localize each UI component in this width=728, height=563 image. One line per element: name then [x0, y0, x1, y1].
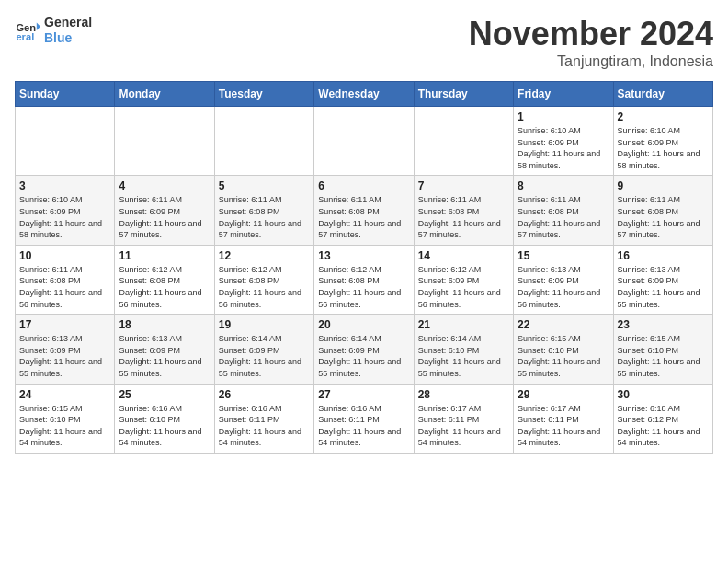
day-number: 22: [518, 318, 609, 331]
day-info: Sunrise: 6:14 AM Sunset: 6:10 PM Dayligh…: [418, 333, 509, 379]
day-number: 19: [219, 318, 310, 331]
day-cell: 29Sunrise: 6:17 AM Sunset: 6:11 PM Dayli…: [514, 384, 613, 453]
weekday-header-monday: Monday: [115, 82, 214, 107]
day-info: Sunrise: 6:12 AM Sunset: 6:08 PM Dayligh…: [219, 264, 310, 310]
day-cell: [214, 107, 313, 176]
day-cell: 3Sunrise: 6:10 AM Sunset: 6:09 PM Daylig…: [16, 176, 115, 245]
day-number: 6: [318, 179, 409, 192]
day-info: Sunrise: 6:18 AM Sunset: 6:12 PM Dayligh…: [618, 403, 709, 449]
day-info: Sunrise: 6:17 AM Sunset: 6:11 PM Dayligh…: [418, 403, 509, 449]
calendar-table: SundayMondayTuesdayWednesdayThursdayFrid…: [15, 81, 713, 454]
day-info: Sunrise: 6:11 AM Sunset: 6:09 PM Dayligh…: [119, 194, 210, 240]
day-number: 15: [518, 249, 609, 262]
week-row-1: 1Sunrise: 6:10 AM Sunset: 6:09 PM Daylig…: [16, 107, 713, 176]
svg-marker-2: [37, 22, 40, 29]
day-info: Sunrise: 6:12 AM Sunset: 6:08 PM Dayligh…: [318, 264, 409, 310]
day-number: 20: [318, 318, 409, 331]
day-cell: 2Sunrise: 6:10 AM Sunset: 6:09 PM Daylig…: [613, 107, 712, 176]
day-info: Sunrise: 6:10 AM Sunset: 6:09 PM Dayligh…: [618, 125, 709, 171]
day-cell: 22Sunrise: 6:15 AM Sunset: 6:10 PM Dayli…: [514, 315, 613, 384]
day-number: 27: [318, 388, 409, 401]
day-info: Sunrise: 6:13 AM Sunset: 6:09 PM Dayligh…: [19, 333, 110, 379]
day-number: 29: [518, 388, 609, 401]
day-info: Sunrise: 6:15 AM Sunset: 6:10 PM Dayligh…: [19, 403, 110, 449]
day-cell: 11Sunrise: 6:12 AM Sunset: 6:08 PM Dayli…: [115, 245, 214, 314]
day-cell: 9Sunrise: 6:11 AM Sunset: 6:08 PM Daylig…: [613, 176, 712, 245]
logo-text: General Blue: [44, 15, 92, 46]
day-info: Sunrise: 6:16 AM Sunset: 6:11 PM Dayligh…: [219, 403, 310, 449]
day-cell: 7Sunrise: 6:11 AM Sunset: 6:08 PM Daylig…: [414, 176, 513, 245]
title-block: November 2024 Tanjungtiram, Indonesia: [469, 15, 713, 70]
day-cell: [115, 107, 214, 176]
day-cell: 24Sunrise: 6:15 AM Sunset: 6:10 PM Dayli…: [16, 384, 115, 453]
day-cell: 15Sunrise: 6:13 AM Sunset: 6:09 PM Dayli…: [514, 245, 613, 314]
day-info: Sunrise: 6:16 AM Sunset: 6:10 PM Dayligh…: [119, 403, 210, 449]
week-row-4: 17Sunrise: 6:13 AM Sunset: 6:09 PM Dayli…: [16, 315, 713, 384]
day-number: 10: [19, 249, 110, 262]
weekday-header-row: SundayMondayTuesdayWednesdayThursdayFrid…: [16, 82, 713, 107]
weekday-header-friday: Friday: [514, 82, 613, 107]
day-number: 14: [418, 249, 509, 262]
day-number: 2: [618, 110, 709, 123]
day-cell: 12Sunrise: 6:12 AM Sunset: 6:08 PM Dayli…: [214, 245, 313, 314]
day-number: 12: [219, 249, 310, 262]
day-number: 18: [119, 318, 210, 331]
day-info: Sunrise: 6:14 AM Sunset: 6:09 PM Dayligh…: [318, 333, 409, 379]
day-cell: 30Sunrise: 6:18 AM Sunset: 6:12 PM Dayli…: [613, 384, 712, 453]
day-cell: 28Sunrise: 6:17 AM Sunset: 6:11 PM Dayli…: [414, 384, 513, 453]
day-cell: 21Sunrise: 6:14 AM Sunset: 6:10 PM Dayli…: [414, 315, 513, 384]
day-cell: 1Sunrise: 6:10 AM Sunset: 6:09 PM Daylig…: [514, 107, 613, 176]
day-cell: 5Sunrise: 6:11 AM Sunset: 6:08 PM Daylig…: [214, 176, 313, 245]
weekday-header-thursday: Thursday: [414, 82, 513, 107]
day-number: 9: [618, 179, 709, 192]
day-cell: 19Sunrise: 6:14 AM Sunset: 6:09 PM Dayli…: [214, 315, 313, 384]
day-cell: 10Sunrise: 6:11 AM Sunset: 6:08 PM Dayli…: [16, 245, 115, 314]
day-cell: 17Sunrise: 6:13 AM Sunset: 6:09 PM Dayli…: [16, 315, 115, 384]
day-number: 28: [418, 388, 509, 401]
svg-text:eral: eral: [16, 31, 34, 42]
day-number: 23: [618, 318, 709, 331]
day-number: 5: [219, 179, 310, 192]
day-number: 17: [19, 318, 110, 331]
page-header: Gen eral General Blue November 2024 Tanj…: [15, 15, 713, 70]
day-number: 30: [618, 388, 709, 401]
weekday-header-sunday: Sunday: [16, 82, 115, 107]
day-number: 4: [119, 179, 210, 192]
weekday-header-wednesday: Wednesday: [314, 82, 414, 107]
location: Tanjungtiram, Indonesia: [469, 53, 713, 70]
day-info: Sunrise: 6:12 AM Sunset: 6:09 PM Dayligh…: [418, 264, 509, 310]
day-info: Sunrise: 6:14 AM Sunset: 6:09 PM Dayligh…: [219, 333, 310, 379]
logo: Gen eral General Blue: [15, 15, 92, 46]
day-info: Sunrise: 6:10 AM Sunset: 6:09 PM Dayligh…: [518, 125, 609, 171]
day-cell: 16Sunrise: 6:13 AM Sunset: 6:09 PM Dayli…: [613, 245, 712, 314]
day-info: Sunrise: 6:11 AM Sunset: 6:08 PM Dayligh…: [19, 264, 110, 310]
day-info: Sunrise: 6:11 AM Sunset: 6:08 PM Dayligh…: [518, 194, 609, 240]
day-number: 11: [119, 249, 210, 262]
day-number: 24: [19, 388, 110, 401]
day-cell: [314, 107, 414, 176]
day-number: 25: [119, 388, 210, 401]
day-info: Sunrise: 6:15 AM Sunset: 6:10 PM Dayligh…: [518, 333, 609, 379]
day-number: 16: [618, 249, 709, 262]
day-cell: 14Sunrise: 6:12 AM Sunset: 6:09 PM Dayli…: [414, 245, 513, 314]
day-info: Sunrise: 6:13 AM Sunset: 6:09 PM Dayligh…: [518, 264, 609, 310]
week-row-5: 24Sunrise: 6:15 AM Sunset: 6:10 PM Dayli…: [16, 384, 713, 453]
day-info: Sunrise: 6:13 AM Sunset: 6:09 PM Dayligh…: [618, 264, 709, 310]
weekday-header-tuesday: Tuesday: [214, 82, 313, 107]
day-number: 3: [19, 179, 110, 192]
weekday-header-saturday: Saturday: [613, 82, 712, 107]
day-cell: 20Sunrise: 6:14 AM Sunset: 6:09 PM Dayli…: [314, 315, 414, 384]
logo-icon: Gen eral: [15, 17, 40, 43]
day-info: Sunrise: 6:12 AM Sunset: 6:08 PM Dayligh…: [119, 264, 210, 310]
day-cell: 18Sunrise: 6:13 AM Sunset: 6:09 PM Dayli…: [115, 315, 214, 384]
day-cell: 8Sunrise: 6:11 AM Sunset: 6:08 PM Daylig…: [514, 176, 613, 245]
week-row-2: 3Sunrise: 6:10 AM Sunset: 6:09 PM Daylig…: [16, 176, 713, 245]
day-cell: 25Sunrise: 6:16 AM Sunset: 6:10 PM Dayli…: [115, 384, 214, 453]
day-info: Sunrise: 6:11 AM Sunset: 6:08 PM Dayligh…: [618, 194, 709, 240]
day-info: Sunrise: 6:15 AM Sunset: 6:10 PM Dayligh…: [618, 333, 709, 379]
day-cell: [16, 107, 115, 176]
day-info: Sunrise: 6:16 AM Sunset: 6:11 PM Dayligh…: [318, 403, 409, 449]
day-cell: 26Sunrise: 6:16 AM Sunset: 6:11 PM Dayli…: [214, 384, 313, 453]
day-number: 21: [418, 318, 509, 331]
day-info: Sunrise: 6:10 AM Sunset: 6:09 PM Dayligh…: [19, 194, 110, 240]
